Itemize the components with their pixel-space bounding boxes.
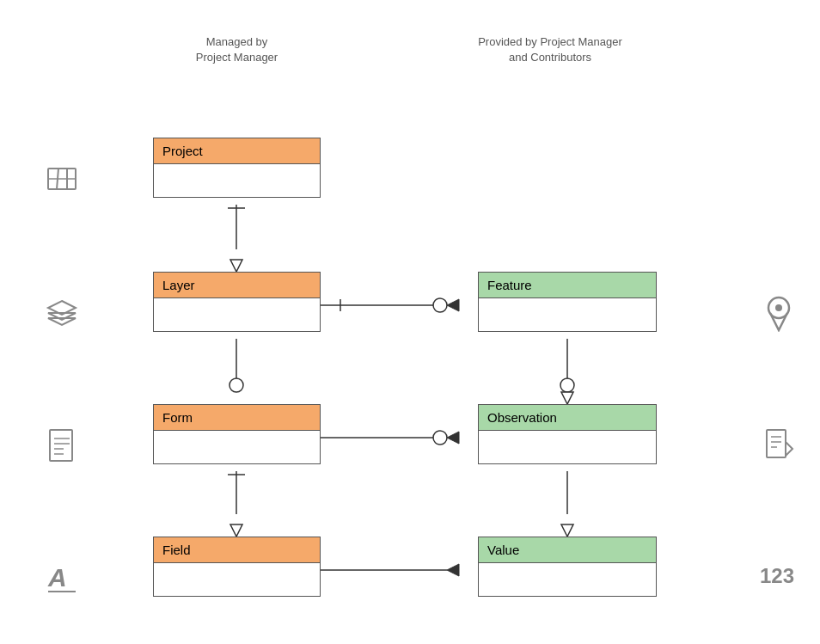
svg-marker-14 bbox=[561, 392, 573, 404]
diagram-lines bbox=[0, 0, 820, 644]
layer-body bbox=[154, 298, 320, 331]
svg-point-16 bbox=[433, 431, 447, 445]
layers-icon bbox=[28, 287, 96, 339]
form-box: Form bbox=[153, 404, 321, 464]
svg-point-37 bbox=[775, 304, 782, 311]
diagram-container: Managed byProject Manager Provided by Pr… bbox=[0, 0, 820, 644]
svg-point-4 bbox=[229, 378, 243, 392]
svg-marker-2 bbox=[230, 260, 242, 272]
observation-label: Observation bbox=[479, 405, 656, 431]
svg-marker-7 bbox=[230, 524, 242, 537]
field-body bbox=[154, 563, 320, 596]
project-box: Project bbox=[153, 138, 321, 198]
numbers-label: 123 bbox=[760, 564, 794, 588]
svg-point-13 bbox=[560, 378, 574, 392]
field-icon: A bbox=[28, 550, 96, 602]
svg-rect-29 bbox=[50, 430, 72, 461]
field-box: Field bbox=[153, 537, 321, 597]
numbers-icon: 123 bbox=[747, 550, 807, 602]
feature-label: Feature bbox=[479, 273, 656, 298]
map-icon bbox=[28, 153, 96, 205]
svg-marker-11 bbox=[447, 299, 459, 311]
svg-marker-17 bbox=[447, 432, 459, 444]
svg-rect-38 bbox=[767, 430, 786, 457]
form-label: Form bbox=[154, 405, 320, 431]
layer-box: Layer bbox=[153, 272, 321, 332]
svg-marker-19 bbox=[561, 524, 573, 537]
svg-text:A: A bbox=[47, 563, 67, 592]
form-body bbox=[154, 431, 320, 463]
svg-marker-21 bbox=[447, 564, 459, 576]
observation-body bbox=[479, 431, 656, 463]
feature-box: Feature bbox=[478, 272, 657, 332]
value-body bbox=[479, 563, 656, 596]
project-label: Project bbox=[154, 138, 320, 164]
layer-label: Layer bbox=[154, 273, 320, 298]
pin-icon bbox=[753, 287, 805, 339]
value-box: Value bbox=[478, 537, 657, 597]
feature-body bbox=[479, 298, 656, 331]
left-col-header: Managed byProject Manager bbox=[153, 34, 321, 65]
value-label: Value bbox=[479, 537, 656, 563]
observation-box: Observation bbox=[478, 404, 657, 464]
svg-point-10 bbox=[433, 298, 447, 312]
doc-icon bbox=[28, 420, 96, 471]
project-body bbox=[154, 164, 320, 197]
field-label: Field bbox=[154, 537, 320, 563]
right-col-header: Provided by Project Managerand Contribut… bbox=[447, 34, 653, 65]
survey-icon bbox=[753, 420, 805, 471]
